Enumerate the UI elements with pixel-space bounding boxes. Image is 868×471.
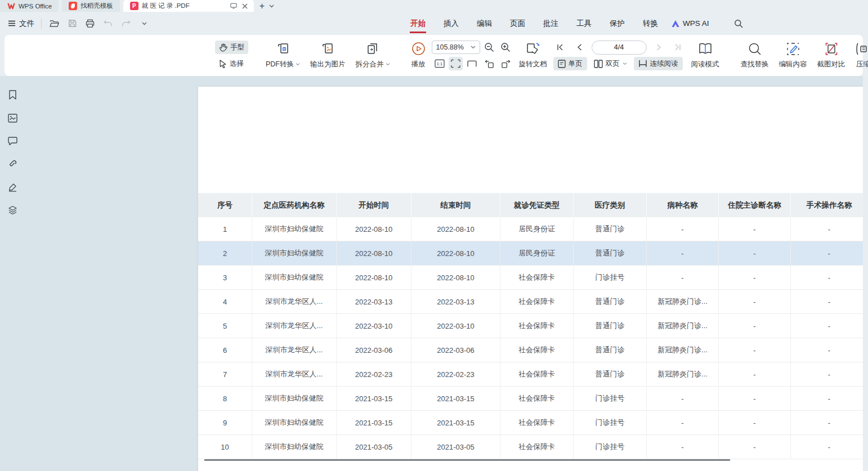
tab-medical-record-pdf[interactable]: P 就 医 记 录 .PDF [123, 0, 254, 12]
single-page-icon [558, 60, 566, 68]
split-merge-button[interactable]: 拆分合并 [351, 35, 395, 76]
zoom-out-button[interactable] [482, 41, 496, 54]
hand-tool-button[interactable]: 手型 [215, 41, 248, 54]
comment-icon[interactable] [8, 136, 17, 146]
pdf-page: 序号定点医药机构名称开始时间结束时间就诊凭证类型医疗类别病种名称住院主诊断名称手… [198, 87, 868, 471]
table-row[interactable]: 5深圳市龙华区人...2022-03-102022-03-10社会保障卡普通门诊… [198, 314, 868, 338]
edit-content-button[interactable]: 编辑内容 [774, 35, 812, 76]
table-cell: 2021-03-15 [411, 411, 500, 434]
rotate-document-button[interactable]: 旋转文档 [514, 35, 552, 76]
table-cell: 居民身份证 [500, 241, 574, 265]
table-cell: 2 [198, 241, 252, 265]
table-cell: 2022-08-10 [337, 217, 411, 241]
first-page-button[interactable] [553, 41, 567, 54]
table-row[interactable]: 6深圳市龙华区人...2022-03-062022-03-06社会保障卡普通门诊… [198, 338, 868, 362]
table-row[interactable]: 7深圳市龙华区人...2022-02-232022-02-23社会保障卡普通门诊… [198, 362, 868, 387]
menu-tab-1[interactable]: 插入 [443, 12, 459, 35]
menu-tab-6[interactable]: 保护 [609, 12, 625, 35]
pdf-convert-icon [276, 42, 290, 56]
layers-icon[interactable] [8, 205, 17, 215]
hamburger-icon [8, 20, 16, 26]
export-as-image-button[interactable]: 输出为图片 [305, 35, 351, 76]
quickbar-chevron-icon[interactable] [138, 18, 150, 29]
previous-page-button[interactable] [572, 41, 587, 54]
fit-width-button[interactable] [449, 57, 463, 70]
table-cell: - [647, 435, 719, 459]
sign-pen-icon[interactable] [8, 182, 17, 192]
page-number-input[interactable]: 4/4 [592, 41, 647, 55]
wps-ai-button[interactable]: WPS AI [671, 19, 709, 28]
chevron-down-icon [623, 62, 627, 65]
save-icon[interactable] [66, 18, 78, 29]
table-cell: - [719, 241, 791, 265]
table-cell: - [791, 387, 868, 410]
zoom-level-select[interactable]: 105.88% [432, 41, 480, 54]
menu-search-icon[interactable] [734, 19, 743, 28]
continuous-reading-button[interactable]: 连续阅读 [634, 57, 683, 70]
column-header: 就诊凭证类型 [500, 193, 574, 217]
table-cell: - [647, 241, 719, 265]
menu-tab-4[interactable]: 批注 [543, 12, 559, 35]
table-row[interactable]: 9深圳市妇幼保健院2021-03-152021-03-15社会保障卡门诊挂号--… [198, 411, 868, 435]
menu-tab-7[interactable]: 转换 [642, 12, 659, 35]
table-row[interactable]: 4深圳市龙华区人...2022-03-132022-03-13社会保障卡普通门诊… [198, 290, 868, 314]
menu-tab-2[interactable]: 编辑 [476, 12, 493, 35]
next-page-button[interactable] [652, 41, 666, 54]
print-icon[interactable] [84, 18, 96, 29]
fit-page-button[interactable] [465, 57, 479, 70]
table-cell: 普通门诊 [574, 217, 647, 241]
table-cell: - [791, 435, 868, 459]
actual-size-button[interactable]: 1:1 [432, 57, 446, 70]
file-menu-button[interactable]: 文件 [8, 19, 34, 29]
new-tab-button[interactable]: + [259, 2, 265, 11]
last-page-button[interactable] [671, 41, 685, 54]
table-cell: 深圳市妇幼保健院 [252, 241, 337, 265]
play-button[interactable]: 播放 [406, 35, 431, 76]
menu-tab-3[interactable]: 页面 [509, 12, 526, 35]
undo-icon[interactable] [102, 18, 114, 29]
left-sidebar [0, 76, 25, 471]
monitor-icon[interactable] [229, 2, 238, 11]
tab-wps-office[interactable]: WPS Office [0, 0, 59, 12]
table-body: 1深圳市妇幼保健院2022-08-102022-08-10居民身份证普通门诊--… [198, 217, 868, 459]
table-cell: - [719, 387, 791, 410]
redo-icon[interactable] [120, 18, 132, 29]
double-page-button[interactable]: 双页 [589, 57, 632, 70]
open-folder-icon[interactable] [48, 18, 60, 29]
close-icon[interactable] [240, 2, 249, 11]
bookmark-icon[interactable] [8, 90, 17, 100]
read-mode-button[interactable]: 阅读模式 [686, 35, 724, 76]
vertical-scrollbar[interactable] [863, 76, 868, 471]
zoom-in-button[interactable] [499, 41, 513, 54]
table-cell: - [719, 217, 791, 241]
thumbnail-icon[interactable] [8, 113, 17, 123]
table-row[interactable]: 10深圳市妇幼保健院2021-03-052021-03-05社会保障卡门诊挂号-… [198, 435, 868, 459]
table-cell: 2021-03-05 [411, 435, 500, 459]
table-row[interactable]: 2深圳市妇幼保健院2022-08-102022-08-10居民身份证普通门诊--… [198, 241, 868, 266]
screenshot-compare-button[interactable]: 截图对比 [812, 35, 851, 76]
table-row[interactable]: 8深圳市妇幼保健院2021-03-152021-03-15社会保障卡门诊挂号--… [198, 387, 868, 411]
select-tool-button[interactable]: 选择 [215, 57, 248, 70]
find-replace-button[interactable]: 查找替换 [736, 35, 774, 76]
table-cell: 7 [198, 362, 252, 386]
table-cell: 社会保障卡 [500, 387, 574, 410]
table-cell: - [719, 435, 791, 459]
table-row[interactable]: 3深圳市妇幼保健院2022-08-102022-08-10社会保障卡门诊挂号--… [198, 266, 868, 290]
menu-tab-0[interactable]: 开始 [410, 12, 426, 35]
table-row[interactable]: 1深圳市妇幼保健院2022-08-102022-08-10居民身份证普通门诊--… [198, 217, 868, 241]
table-horizontal-scrollbar[interactable] [204, 459, 730, 461]
attachment-icon[interactable] [8, 159, 17, 169]
tab-bar: WPS Office 找稻壳模板 P 就 医 记 录 .PDF + [0, 0, 868, 12]
rotate-left-button[interactable] [482, 57, 496, 70]
table-cell: 深圳市龙华区人... [252, 314, 337, 338]
compress-button[interactable]: 压缩 [851, 35, 868, 76]
single-page-button[interactable]: 单页 [553, 57, 587, 70]
table-cell: - [791, 290, 868, 313]
rotate-right-button[interactable] [499, 57, 513, 70]
pdf-convert-button[interactable]: PDF转换 [261, 35, 305, 76]
table-cell: - [719, 266, 791, 289]
wps-logo-icon [7, 2, 15, 10]
tab-docer-templates[interactable]: 找稻壳模板 [62, 0, 120, 12]
tab-list-chevron-icon[interactable] [269, 5, 274, 8]
menu-tab-5[interactable]: 工具 [576, 12, 592, 35]
